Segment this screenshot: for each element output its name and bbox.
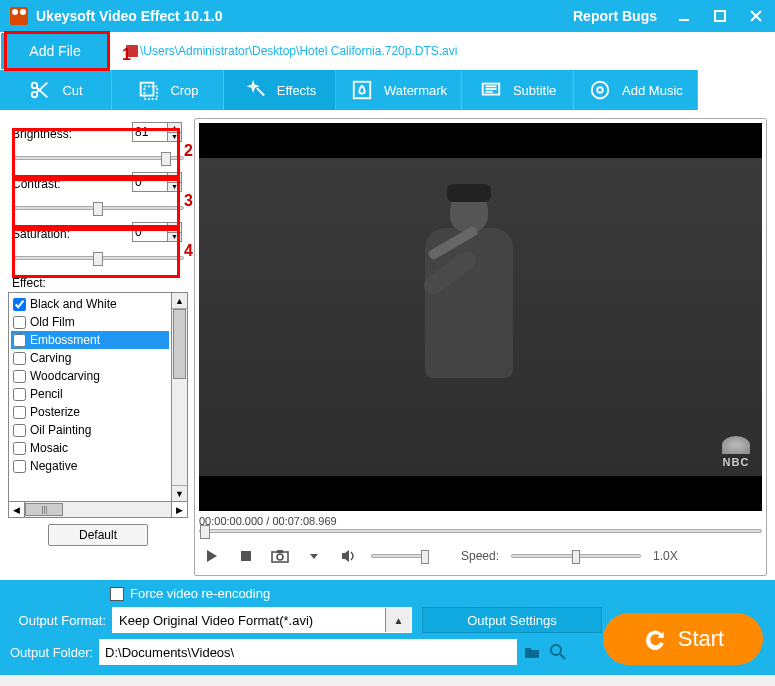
spin-up-icon[interactable]: ▲	[168, 223, 181, 233]
maximize-button[interactable]	[711, 7, 729, 25]
close-button[interactable]	[747, 7, 765, 25]
effect-item[interactable]: Embossment	[11, 331, 169, 349]
scroll-left-icon[interactable]: ◀	[9, 502, 25, 517]
spin-down-icon[interactable]: ▼	[168, 233, 181, 242]
output-folder-input[interactable]	[99, 639, 517, 665]
crop-icon	[136, 78, 160, 102]
app-title: Ukeysoft Video Effect 10.1.0	[36, 8, 222, 24]
dropdown-icon[interactable]: ▲	[385, 608, 411, 632]
bottom-bar: Force video re-encoding Output Format: ▲…	[0, 580, 775, 675]
output-settings-button[interactable]: Output Settings	[422, 607, 602, 633]
scroll-thumb[interactable]	[25, 503, 63, 516]
effect-checkbox[interactable]	[13, 460, 26, 473]
tab-cut[interactable]: Cut	[0, 70, 112, 110]
effect-checkbox[interactable]	[13, 424, 26, 437]
brightness-slider[interactable]	[12, 156, 184, 160]
timecode: 00:00:00.000 / 00:07:08.969	[199, 515, 762, 527]
effect-item[interactable]: Oil Painting	[11, 421, 169, 439]
spin-down-icon[interactable]: ▼	[168, 133, 181, 142]
tab-watermark[interactable]: Watermark	[336, 70, 462, 110]
volume-button[interactable]	[337, 545, 359, 567]
slider-thumb[interactable]	[93, 202, 103, 216]
effect-list[interactable]: Black and WhiteOld FilmEmbossmentCarving…	[9, 293, 171, 501]
effect-checkbox[interactable]	[13, 442, 26, 455]
droplet-icon	[350, 78, 374, 102]
scroll-up-icon[interactable]: ▲	[172, 293, 187, 309]
saturation-input[interactable]	[133, 223, 167, 241]
file-path-text: \Users\Administrator\Desktop\Hotel Calif…	[140, 44, 457, 58]
spin-down-icon[interactable]: ▼	[168, 183, 181, 192]
stop-button[interactable]	[235, 545, 257, 567]
annotation-number-3: 3	[184, 192, 193, 210]
scroll-down-icon[interactable]: ▼	[172, 485, 187, 501]
tab-effects[interactable]: Effects	[224, 70, 336, 110]
preview-panel: NBC 00:00:00.000 / 00:07:08.969 Speed: 1…	[194, 118, 767, 576]
tab-label: Crop	[170, 83, 198, 98]
speed-slider[interactable]	[511, 554, 641, 558]
effects-panel: Brightness: ▲▼ Contrast: ▲▼ Saturation: …	[8, 118, 188, 576]
spin-up-icon[interactable]: ▲	[168, 173, 181, 183]
video-preview: NBC	[199, 123, 762, 511]
play-button[interactable]	[201, 545, 223, 567]
effect-item[interactable]: Mosaic	[11, 439, 169, 457]
effect-checkbox[interactable]	[13, 406, 26, 419]
svg-point-25	[551, 645, 561, 655]
scroll-right-icon[interactable]: ▶	[171, 502, 187, 517]
brightness-label: Brightness:	[12, 127, 72, 141]
open-folder-button[interactable]	[523, 643, 541, 661]
report-bugs-link[interactable]: Report Bugs	[573, 8, 657, 24]
start-button[interactable]: Start	[603, 613, 763, 665]
svg-marker-23	[310, 554, 318, 559]
effect-item[interactable]: Carving	[11, 349, 169, 367]
effect-item[interactable]: Black and White	[11, 295, 169, 313]
add-file-button[interactable]: Add File	[1, 33, 109, 69]
effect-item[interactable]: Old Film	[11, 313, 169, 331]
spin-up-icon[interactable]: ▲	[168, 123, 181, 133]
tab-add-music[interactable]: Add Music	[574, 70, 698, 110]
slider-thumb[interactable]	[161, 152, 171, 166]
annotation-number-4: 4	[184, 242, 193, 260]
default-button[interactable]: Default	[48, 524, 148, 546]
brightness-control: Brightness: ▲▼	[8, 118, 188, 168]
output-format-combo[interactable]: ▲	[112, 607, 412, 633]
svg-point-17	[597, 87, 603, 93]
brightness-input[interactable]	[133, 123, 167, 141]
horizontal-scrollbar[interactable]: ◀ ▶	[8, 502, 188, 518]
effect-checkbox[interactable]	[13, 316, 26, 329]
effect-checkbox[interactable]	[13, 298, 26, 311]
force-reencoding-checkbox[interactable]	[110, 587, 124, 601]
effect-checkbox[interactable]	[13, 370, 26, 383]
volume-slider[interactable]	[371, 554, 427, 558]
scroll-thumb[interactable]	[173, 309, 186, 379]
tab-subtitle[interactable]: Subtitle	[462, 70, 574, 110]
slider-thumb[interactable]	[93, 252, 103, 266]
seek-slider[interactable]	[199, 529, 762, 533]
loaded-file-path: \Users\Administrator\Desktop\Hotel Calif…	[126, 44, 457, 58]
effect-item[interactable]: Pencil	[11, 385, 169, 403]
effect-item[interactable]: Woodcarving	[11, 367, 169, 385]
volume-thumb[interactable]	[421, 550, 429, 564]
effect-checkbox[interactable]	[13, 352, 26, 365]
watermark-text: NBC	[723, 456, 750, 468]
tab-crop[interactable]: Crop	[112, 70, 224, 110]
contrast-slider[interactable]	[12, 206, 184, 210]
minimize-button[interactable]	[675, 7, 693, 25]
vertical-scrollbar[interactable]: ▲ ▼	[171, 293, 187, 501]
svg-marker-24	[342, 550, 349, 562]
effect-item[interactable]: Negative	[11, 457, 169, 475]
effect-checkbox[interactable]	[13, 334, 26, 347]
contrast-input[interactable]	[133, 173, 167, 191]
browse-button[interactable]	[549, 643, 567, 661]
effect-item[interactable]: Posterize	[11, 403, 169, 421]
speed-thumb[interactable]	[572, 550, 580, 564]
effect-list-label: Effect:	[12, 276, 188, 290]
seek-thumb[interactable]	[200, 525, 210, 539]
saturation-slider[interactable]	[12, 256, 184, 260]
output-format-label: Output Format:	[10, 613, 106, 628]
snapshot-button[interactable]	[269, 545, 291, 567]
add-file-row: Add File \Users\Administrator\Desktop\Ho…	[0, 32, 775, 70]
speed-value: 1.0X	[653, 549, 678, 563]
snapshot-menu-button[interactable]	[303, 545, 325, 567]
output-format-value[interactable]	[113, 608, 385, 632]
effect-checkbox[interactable]	[13, 388, 26, 401]
